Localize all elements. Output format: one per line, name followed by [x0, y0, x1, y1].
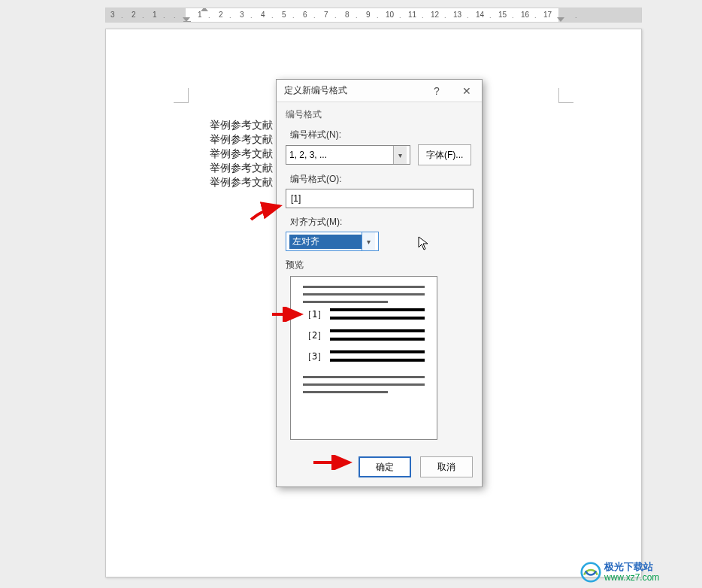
close-button[interactable]: ✕ — [452, 80, 482, 102]
section-number-format: 编号格式 — [286, 108, 473, 121]
ruler-tick: 15 — [498, 11, 507, 19]
ruler-tick: 6 — [303, 11, 307, 19]
ruler-tick: 17 — [543, 11, 552, 19]
doc-line: 举例参考文献 — [210, 161, 273, 175]
preview-number: ［3］ — [303, 350, 330, 363]
ruler-tick: 4 — [261, 11, 265, 19]
right-indent-marker[interactable] — [557, 17, 564, 22]
ruler-tick: 3 — [240, 11, 244, 19]
label-alignment: 对齐方式(M): — [290, 216, 473, 229]
ruler-tick: 16 — [521, 11, 529, 19]
ruler-tick: 12 — [431, 11, 439, 19]
ruler-tick: 2 — [219, 11, 223, 19]
ruler-tick: 11 — [408, 11, 416, 19]
document-text[interactable]: 举例参考文献 举例参考文献 举例参考文献 举例参考文献 举例参考文献 — [210, 118, 273, 189]
preview-number: ［2］ — [303, 329, 330, 342]
ruler-tick: 1 — [153, 11, 157, 19]
ruler-tick: 9 — [366, 11, 371, 19]
margin-corner-icon — [174, 88, 189, 103]
dialog-title: 定义新编号格式 — [284, 84, 347, 97]
first-line-indent-marker[interactable] — [201, 8, 208, 11]
ruler-tick: 7 — [324, 11, 328, 19]
margin-corner-icon — [558, 88, 573, 103]
workspace: 3 · 2 · 1 · · · 1 · 2 · 3 · 4 · 5 · 6 · … — [0, 0, 702, 588]
doc-line: 举例参考文献 — [210, 147, 273, 161]
label-preview: 预览 — [286, 259, 473, 271]
label-number-style: 编号样式(N): — [290, 129, 473, 141]
left-indent-marker[interactable] — [183, 21, 191, 23]
ruler-tick: 5 — [282, 11, 286, 19]
horizontal-ruler[interactable]: 3 · 2 · 1 · · · 1 · 2 · 3 · 4 · 5 · 6 · … — [105, 8, 642, 23]
label-number-format: 编号格式(O): — [290, 173, 473, 186]
ruler-tick: 14 — [476, 11, 484, 19]
cancel-button[interactable]: 取消 — [420, 456, 473, 477]
number-format-value: [1] — [291, 193, 301, 204]
doc-line: 举例参考文献 — [210, 132, 273, 147]
ruler-tick: 13 — [453, 11, 461, 19]
preview-number: ［1］ — [303, 308, 330, 321]
dialog-titlebar[interactable]: 定义新编号格式 ? ✕ — [277, 80, 482, 102]
number-format-input[interactable]: [1] — [286, 189, 474, 208]
font-button[interactable]: 字体(F)... — [418, 144, 471, 165]
ruler-tick: 2 — [132, 11, 136, 19]
chevron-down-icon: ▾ — [362, 232, 375, 250]
alignment-dropdown[interactable]: 左对齐 ▾ — [286, 232, 379, 251]
ruler-tick: 3 — [110, 11, 115, 19]
ruler-tick: 8 — [345, 11, 349, 19]
ok-button[interactable]: 确定 — [359, 456, 411, 477]
doc-line: 举例参考文献 — [210, 175, 273, 189]
doc-line: 举例参考文献 — [210, 118, 273, 132]
number-style-value: 1, 2, 3, ... — [289, 150, 327, 160]
alignment-value: 左对齐 — [289, 235, 362, 249]
number-style-dropdown[interactable]: 1, 2, 3, ... ▾ — [286, 145, 410, 165]
ruler-tick: 1 — [198, 11, 202, 19]
preview-panel: ［1］ ［2］ ［3］ — [290, 276, 437, 440]
chevron-down-icon: ▾ — [393, 146, 407, 164]
help-button[interactable]: ? — [422, 80, 452, 102]
ruler-tick: 10 — [386, 11, 394, 19]
define-new-number-format-dialog: 定义新编号格式 ? ✕ 编号格式 编号样式(N): 1, 2, 3, ... ▾… — [276, 79, 483, 487]
